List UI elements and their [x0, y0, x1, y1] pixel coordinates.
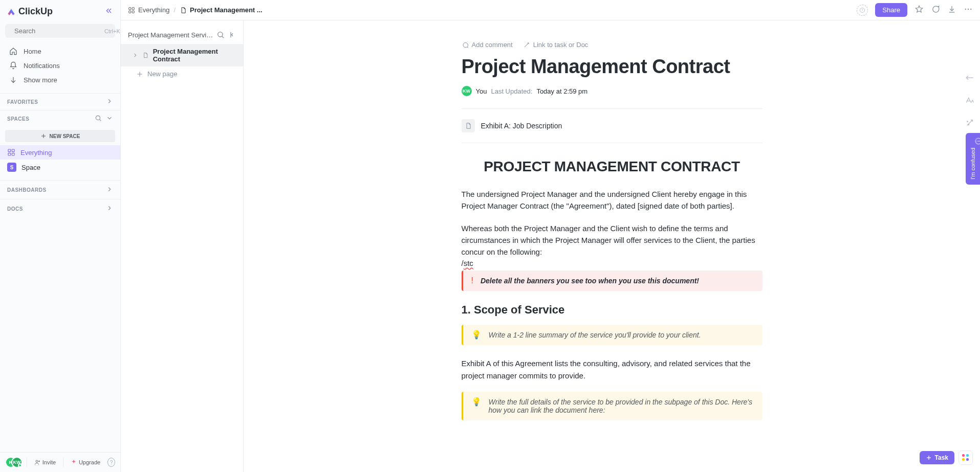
- dots-icon: [964, 5, 973, 14]
- doc-icon: [142, 52, 148, 59]
- last-updated-label: Last Updated:: [491, 87, 532, 95]
- plus-icon: [926, 455, 932, 461]
- slash-command[interactable]: /stc: [462, 259, 763, 267]
- attachment-title: Exhibit A: Job Description: [481, 122, 562, 130]
- chevron-right-icon: [106, 98, 113, 106]
- breadcrumb-root[interactable]: Everything: [128, 6, 169, 14]
- sidebar-item-label: Space: [21, 164, 40, 171]
- paragraph[interactable]: The undersigned Project Manager and the …: [462, 188, 763, 212]
- favorite-button[interactable]: [914, 5, 924, 15]
- banner-tip[interactable]: 💡 Write the full details of the service …: [462, 392, 763, 420]
- download-icon: [947, 5, 956, 14]
- section-heading[interactable]: 1. Scope of Service: [462, 303, 763, 317]
- sidebar: ClickUp Ctrl+K Home Notifications: [0, 0, 121, 472]
- search-shortcut: Ctrl+K: [104, 28, 120, 34]
- svg-point-1: [96, 116, 100, 120]
- comment-icon: [462, 41, 469, 49]
- collapse-sidebar-icon[interactable]: [105, 7, 113, 17]
- svg-rect-2: [8, 149, 11, 152]
- svg-point-15: [970, 9, 971, 10]
- banner-tip[interactable]: 💡 Write a 1-2 line summary of the servic…: [462, 325, 763, 345]
- favorites-section-header[interactable]: FAVORITES: [0, 93, 120, 110]
- svg-rect-11: [132, 11, 134, 13]
- sidebar-item-show-more[interactable]: Show more: [0, 73, 120, 87]
- time-tracking-button[interactable]: [857, 5, 868, 16]
- sidebar-item-label: Everything: [20, 149, 52, 156]
- wand-icon: [965, 118, 974, 127]
- help-button[interactable]: ?: [107, 458, 115, 467]
- search-icon[interactable]: [95, 115, 102, 123]
- link-icon: [523, 41, 530, 49]
- svg-rect-5: [12, 153, 14, 155]
- new-task-button[interactable]: Task: [920, 451, 954, 464]
- sidebar-item-everything[interactable]: Everything: [0, 145, 120, 160]
- doc-title[interactable]: Project Management Contract: [462, 56, 763, 78]
- new-space-button[interactable]: NEW SPACE: [5, 130, 115, 142]
- bell-icon: [9, 61, 17, 70]
- collapse-panel-icon[interactable]: [228, 31, 236, 39]
- svg-point-13: [965, 9, 966, 10]
- svg-point-14: [968, 9, 969, 10]
- content-scroll[interactable]: Add comment Link to task or Doc Project …: [244, 0, 980, 472]
- svg-rect-10: [129, 11, 131, 13]
- spaces-section-header[interactable]: SPACES: [0, 110, 120, 127]
- doc-heading[interactable]: PROJECT MANAGEMENT CONTRACT: [462, 159, 763, 175]
- sidebar-item-label: Show more: [24, 76, 57, 84]
- clickup-logo-icon: [6, 7, 16, 17]
- expand-button[interactable]: [963, 71, 977, 85]
- confused-tab[interactable]: I'm confused: [966, 133, 980, 185]
- doc-body: Add comment Link to task or Doc Project …: [453, 41, 771, 420]
- grid-dots-icon: [962, 454, 969, 461]
- apps-button[interactable]: [959, 451, 973, 465]
- chevron-down-icon: [9, 76, 17, 84]
- doc-icon: [180, 7, 187, 14]
- paragraph[interactable]: Exhibit A of this Agreement lists the co…: [462, 357, 763, 381]
- svg-point-17: [968, 124, 969, 125]
- typography-button[interactable]: [963, 93, 977, 107]
- logo[interactable]: ClickUp: [6, 6, 53, 17]
- doc-icon: [462, 119, 475, 132]
- breadcrumb-current[interactable]: Project Management ...: [180, 6, 263, 14]
- fab-row: Task: [920, 451, 973, 465]
- sparkle-icon: [71, 459, 77, 465]
- banner-text: Write the full details of the service to…: [489, 398, 754, 414]
- grid-icon: [128, 7, 135, 14]
- paragraph[interactable]: Whereas both the Project Manager and the…: [462, 222, 763, 258]
- svg-rect-3: [12, 149, 14, 152]
- main-content: Everything / Project Management ... Shar…: [244, 0, 980, 472]
- sidebar-item-home[interactable]: Home: [0, 44, 120, 58]
- outline-item-contract[interactable]: Project Management Contract: [121, 44, 243, 66]
- share-button[interactable]: Share: [875, 3, 907, 17]
- lightbulb-icon: 💡: [471, 398, 482, 406]
- avatar: KW: [462, 86, 472, 96]
- upgrade-button[interactable]: Upgrade: [68, 457, 103, 467]
- search-input[interactable]: Ctrl+K: [5, 24, 115, 38]
- link-task-button[interactable]: Link to task or Doc: [523, 41, 589, 49]
- typography-icon: [965, 96, 974, 105]
- sidebar-item-space[interactable]: S Space: [0, 160, 120, 175]
- banner-warning[interactable]: ! Delete all the banners you see too whe…: [462, 271, 763, 291]
- outline-item-new-page[interactable]: New page: [121, 66, 243, 81]
- attachment-row[interactable]: Exhibit A: Job Description: [462, 117, 763, 143]
- topbar: Everything / Project Management ... Shar…: [121, 0, 980, 20]
- docs-section-header[interactable]: DOCS: [0, 199, 120, 218]
- avatar-stack[interactable]: K KW: [5, 457, 23, 468]
- svg-point-6: [36, 460, 38, 462]
- chevron-down-icon[interactable]: [106, 115, 113, 123]
- chevron-right-icon: [106, 186, 113, 194]
- template-button[interactable]: [963, 116, 977, 130]
- more-button[interactable]: [964, 5, 973, 15]
- expand-icon: [965, 73, 974, 82]
- search-field[interactable]: [14, 27, 100, 35]
- banner-text: Write a 1-2 line summary of the service …: [489, 331, 701, 339]
- sidebar-item-notifications[interactable]: Notifications: [0, 58, 120, 73]
- exclamation-icon: !: [471, 277, 473, 285]
- add-comment-button[interactable]: Add comment: [462, 41, 513, 49]
- space-badge: S: [7, 163, 16, 172]
- invite-button[interactable]: Invite: [31, 457, 59, 467]
- svg-point-16: [967, 121, 968, 122]
- comments-button[interactable]: [931, 5, 940, 15]
- search-icon[interactable]: [216, 31, 225, 39]
- dashboards-section-header[interactable]: DASHBOARDS: [0, 180, 120, 199]
- download-button[interactable]: [947, 5, 956, 15]
